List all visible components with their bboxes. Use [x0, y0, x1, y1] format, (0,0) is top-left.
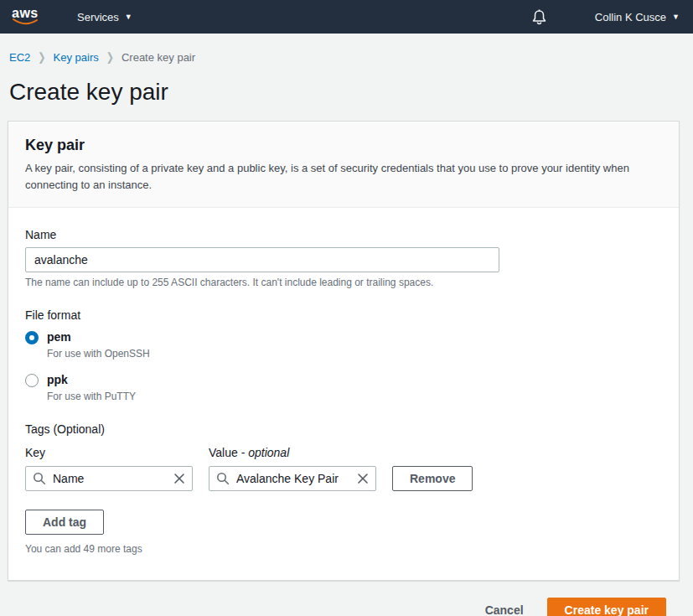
tags-section: Tags (Optional) Key [25, 422, 662, 555]
breadcrumb-link-key-pairs[interactable]: Key pairs [54, 51, 99, 64]
services-menu-label: Services [77, 11, 119, 23]
notifications-button[interactable] [532, 9, 546, 25]
breadcrumb: EC2 ❯ Key pairs ❯ Create key pair [8, 34, 680, 64]
clear-value-icon[interactable] [355, 471, 370, 486]
tag-value-column: Value - optional [209, 446, 376, 491]
tag-row: Key [25, 446, 662, 491]
add-tag-button[interactable]: Add tag [25, 510, 104, 535]
page-title: Create key pair [8, 64, 680, 121]
chevron-down-icon: ▼ [125, 13, 132, 21]
radio-ppk-description: For use with PuTTY [47, 391, 136, 402]
radio-pem-description: For use with OpenSSH [47, 348, 150, 360]
tag-key-column: Key [25, 446, 193, 491]
page-content: EC2 ❯ Key pairs ❯ Create key pair Create… [0, 34, 693, 616]
name-helper-text: The name can include up to 255 ASCII cha… [25, 277, 662, 288]
tag-value-input[interactable] [209, 466, 376, 491]
tag-value-label: Value - optional [209, 446, 376, 459]
breadcrumb-separator-icon: ❯ [38, 50, 45, 64]
key-pair-panel: Key pair A key pair, consisting of a pri… [8, 121, 680, 581]
search-icon [216, 472, 230, 485]
file-format-group: File format pem For use with OpenSSH ppk… [25, 308, 662, 402]
clear-key-icon[interactable] [172, 471, 187, 486]
create-key-pair-button[interactable]: Create key pair [547, 598, 666, 616]
tag-value-input-wrap [209, 466, 376, 491]
radio-ppk-label: ppk [47, 373, 136, 387]
breadcrumb-link-ec2[interactable]: EC2 [9, 51, 30, 64]
panel-title: Key pair [25, 137, 662, 154]
panel-description: A key pair, consisting of a private key … [25, 160, 662, 194]
breadcrumb-current: Create key pair [122, 51, 195, 64]
radio-button-pem[interactable] [25, 331, 39, 344]
radio-ppk-text: ppk For use with PuTTY [47, 373, 136, 402]
bell-icon [532, 9, 546, 25]
top-navigation-bar: aws Services ▼ Collin K Cusce ▼ [0, 0, 693, 34]
aws-logo[interactable]: aws [12, 7, 42, 27]
radio-pem-text: pem For use with OpenSSH [47, 330, 150, 360]
radio-pem-label: pem [47, 330, 150, 344]
user-account-menu[interactable]: Collin K Cusce ▼ [595, 11, 680, 23]
chevron-down-icon: ▼ [672, 13, 680, 21]
tag-key-label: Key [25, 446, 193, 459]
name-input[interactable] [25, 247, 499, 272]
cancel-button[interactable]: Cancel [485, 603, 524, 616]
remove-tag-button[interactable]: Remove [392, 466, 473, 491]
name-field-group: Name The name can include up to 255 ASCI… [25, 228, 662, 288]
name-field-label: Name [25, 228, 662, 241]
user-name: Collin K Cusce [595, 11, 666, 23]
tag-key-input-wrap [25, 466, 193, 491]
form-actions: Cancel Create key pair [8, 581, 680, 616]
radio-option-ppk[interactable]: ppk For use with PuTTY [25, 373, 662, 402]
add-tag-wrap: Add tag [25, 510, 662, 535]
radio-button-ppk[interactable] [25, 374, 39, 387]
aws-smile-icon [13, 18, 38, 27]
panel-body: Name The name can include up to 255 ASCI… [8, 208, 679, 580]
file-format-label: File format [25, 308, 662, 322]
breadcrumb-separator-icon: ❯ [106, 50, 114, 64]
tags-section-label: Tags (Optional) [25, 422, 662, 436]
services-menu[interactable]: Services ▼ [77, 11, 132, 23]
panel-header: Key pair A key pair, consisting of a pri… [8, 122, 679, 208]
radio-option-pem[interactable]: pem For use with OpenSSH [25, 330, 662, 360]
tag-key-input[interactable] [25, 466, 193, 491]
search-icon [33, 472, 46, 485]
tags-remaining-text: You can add 49 more tags [25, 543, 662, 555]
